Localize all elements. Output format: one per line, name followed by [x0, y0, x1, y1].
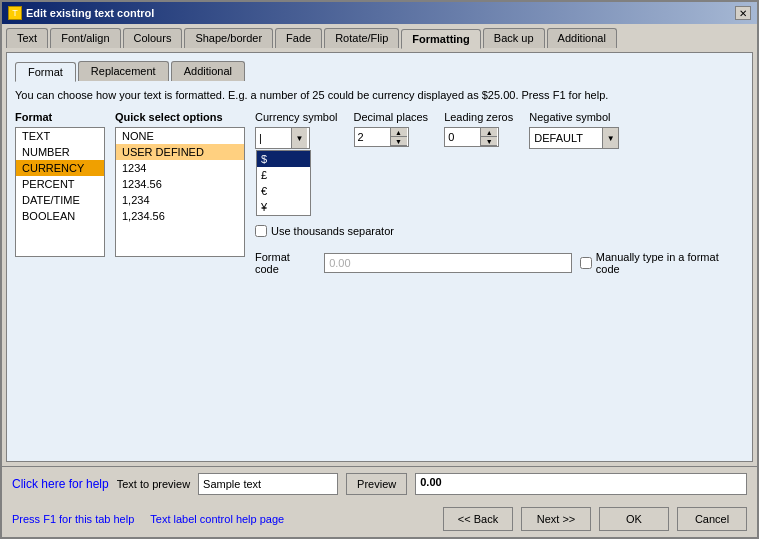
format-label: Format [15, 111, 105, 123]
next-button[interactable]: Next >> [521, 507, 591, 531]
manual-type-label: Manually type in a format code [596, 251, 744, 275]
currency-symbol-wrap[interactable]: ▼ $ £ € ¥ [255, 127, 310, 149]
quick-select-section: Quick select options NONE USER DEFINED 1… [115, 111, 245, 453]
sub-tab-format[interactable]: Format [15, 62, 76, 82]
inner-panel: Format Replacement Additional You can ch… [6, 52, 753, 462]
quick-select-list[interactable]: NONE USER DEFINED 1234 1234.56 1,234 1,2… [115, 127, 245, 257]
currency-dropdown-button[interactable]: ▼ [291, 128, 307, 148]
format-item-datetime[interactable]: DATE/TIME [16, 192, 104, 208]
manual-type-wrap: Manually type in a format code [580, 251, 744, 275]
back-button[interactable]: << Back [443, 507, 513, 531]
leading-zeros-group: Leading zeros ▲ ▼ [444, 111, 513, 147]
options-section: Currency symbol ▼ $ £ € ¥ [255, 111, 744, 453]
leading-spinner-buttons: ▲ ▼ [480, 128, 497, 146]
cancel-button[interactable]: Cancel [677, 507, 747, 531]
window-title: Edit existing text control [26, 7, 154, 19]
currency-option-yen[interactable]: ¥ [257, 199, 310, 215]
main-tab-bar: Text Font/align Colours Shape/border Fad… [2, 24, 757, 48]
quick-select-label: Quick select options [115, 111, 245, 123]
format-item-currency[interactable]: CURRENCY [16, 160, 104, 176]
tab-formatting[interactable]: Formatting [401, 29, 480, 49]
footer-link-f1[interactable]: Press F1 for this tab help [12, 513, 134, 525]
footer-link-help[interactable]: Text label control help page [150, 513, 284, 525]
negative-symbol-label: Negative symbol [529, 111, 619, 123]
preview-label: Text to preview [117, 478, 190, 490]
preview-input[interactable] [198, 473, 338, 495]
close-button[interactable]: ✕ [735, 6, 751, 20]
currency-option-dollar[interactable]: $ [257, 151, 310, 167]
ok-button[interactable]: OK [599, 507, 669, 531]
tab-colours[interactable]: Colours [123, 28, 183, 48]
currency-option-euro[interactable]: € [257, 183, 310, 199]
currency-symbol-label: Currency symbol [255, 111, 338, 123]
thousands-separator-row: Use thousands separator [255, 225, 744, 237]
quick-item-1234-sep[interactable]: 1,234 [116, 192, 244, 208]
manual-type-checkbox[interactable] [580, 257, 592, 269]
format-code-row: Format code Manually type in a format co… [255, 251, 744, 275]
thousands-separator-checkbox[interactable] [255, 225, 267, 237]
decimal-places-label: Decimal places [354, 111, 429, 123]
tab-additional[interactable]: Additional [547, 28, 617, 48]
decimal-down-button[interactable]: ▼ [391, 137, 407, 146]
tab-fade[interactable]: Fade [275, 28, 322, 48]
quick-item-123456-sep[interactable]: 1,234.56 [116, 208, 244, 224]
decimal-up-button[interactable]: ▲ [391, 128, 407, 137]
window-icon: T [8, 6, 22, 20]
footer-links: Press F1 for this tab help Text label co… [12, 513, 284, 525]
currency-dropdown-list[interactable]: $ £ € ¥ [256, 150, 311, 216]
title-bar: T Edit existing text control ✕ [2, 2, 757, 24]
format-item-text[interactable]: TEXT [16, 128, 104, 144]
sub-tab-bar: Format Replacement Additional [15, 61, 744, 81]
leading-zeros-input[interactable] [445, 130, 480, 144]
decimal-places-input[interactable] [355, 130, 390, 144]
options-row: Currency symbol ▼ $ £ € ¥ [255, 111, 744, 149]
format-section: Format TEXT NUMBER CURRENCY PERCENT DATE… [15, 111, 105, 453]
currency-symbol-input[interactable] [256, 131, 291, 145]
decimal-spinner-buttons: ▲ ▼ [390, 128, 407, 146]
title-bar-left: T Edit existing text control [8, 6, 154, 20]
leading-up-button[interactable]: ▲ [481, 128, 497, 137]
format-list[interactable]: TEXT NUMBER CURRENCY PERCENT DATE/TIME B… [15, 127, 105, 257]
tab-text[interactable]: Text [6, 28, 48, 48]
format-code-input[interactable] [324, 253, 572, 273]
sub-tab-additional[interactable]: Additional [171, 61, 245, 81]
tab-fontalign[interactable]: Font/align [50, 28, 120, 48]
decimal-places-group: Decimal places ▲ ▼ [354, 111, 429, 147]
preview-button[interactable]: Preview [346, 473, 407, 495]
bottom-bar: Click here for help Text to preview Prev… [2, 466, 757, 501]
quick-item-1234[interactable]: 1234 [116, 160, 244, 176]
quick-item-user-defined[interactable]: USER DEFINED [116, 144, 244, 160]
currency-option-pound[interactable]: £ [257, 167, 310, 183]
footer-bar: Press F1 for this tab help Text label co… [2, 501, 757, 537]
format-code-label: Format code [255, 251, 316, 275]
main-row: Format TEXT NUMBER CURRENCY PERCENT DATE… [15, 111, 744, 453]
tab-backup[interactable]: Back up [483, 28, 545, 48]
leading-zeros-label: Leading zeros [444, 111, 513, 123]
leading-down-button[interactable]: ▼ [481, 137, 497, 146]
hint-text: You can choose how your text is formatte… [15, 89, 744, 101]
thousands-separator-label: Use thousands separator [271, 225, 394, 237]
negative-symbol-value: DEFAULT [530, 131, 602, 145]
quick-item-123456[interactable]: 1234.56 [116, 176, 244, 192]
negative-symbol-group: Negative symbol DEFAULT ▼ [529, 111, 619, 149]
content-area: Format Replacement Additional You can ch… [2, 48, 757, 466]
click-here-help[interactable]: Click here for help [12, 477, 109, 491]
leading-zeros-spinner[interactable]: ▲ ▼ [444, 127, 499, 147]
quick-item-none[interactable]: NONE [116, 128, 244, 144]
footer-buttons: << Back Next >> OK Cancel [443, 507, 747, 531]
preview-result: 0.00 [415, 473, 747, 495]
currency-symbol-group: Currency symbol ▼ $ £ € ¥ [255, 111, 338, 149]
tab-shapeborder[interactable]: Shape/border [184, 28, 273, 48]
negative-dropdown-button[interactable]: ▼ [602, 128, 618, 148]
format-item-percent[interactable]: PERCENT [16, 176, 104, 192]
tab-rotateflip[interactable]: Rotate/Flip [324, 28, 399, 48]
sub-tab-replacement[interactable]: Replacement [78, 61, 169, 81]
main-window: T Edit existing text control ✕ Text Font… [0, 0, 759, 539]
decimal-places-spinner[interactable]: ▲ ▼ [354, 127, 409, 147]
format-item-boolean[interactable]: BOOLEAN [16, 208, 104, 224]
negative-symbol-select[interactable]: DEFAULT ▼ [529, 127, 619, 149]
format-item-number[interactable]: NUMBER [16, 144, 104, 160]
